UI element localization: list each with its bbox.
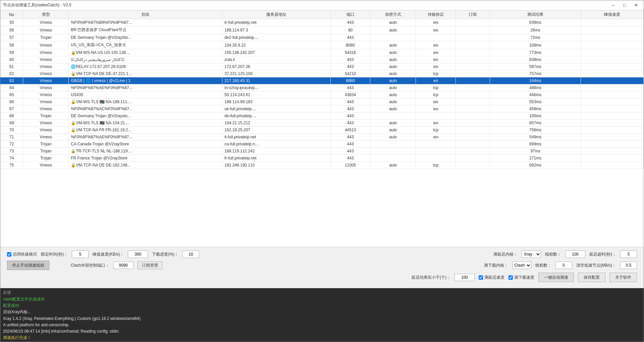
table-cell: 63 bbox=[0, 77, 23, 84]
clash-port-label: Clash外部控制端口： bbox=[71, 263, 109, 268]
table-cell bbox=[456, 134, 490, 141]
latency-filter-label: 延迟结果应小于(个)： bbox=[412, 275, 450, 280]
table-row[interactable]: 75Vmess🔒VM-TCP-NA DE DE-192.248...192.24… bbox=[0, 162, 644, 169]
table-cell: Vmess bbox=[23, 49, 69, 56]
table-cell: Vmess bbox=[23, 26, 69, 34]
table-row[interactable]: 65VmessUS43550.114.243.6143834autotcp446… bbox=[0, 91, 644, 98]
table-cell: 459ms bbox=[490, 106, 581, 113]
table-cell bbox=[456, 141, 490, 148]
table-cell: ws bbox=[416, 120, 456, 127]
table-row[interactable]: 69Vmess🔒VM-WS-TLS 🇳🇦 NA-104.21....104.21… bbox=[0, 120, 644, 127]
test-download-label[interactable]: 测下载速度 bbox=[508, 275, 534, 280]
table-cell: tr-full.privateip.net bbox=[222, 19, 330, 26]
table-cell: 192.248.190.110 bbox=[222, 162, 330, 169]
maximize-button[interactable]: □ bbox=[620, 2, 630, 9]
table-cell bbox=[581, 141, 644, 148]
table-row[interactable]: 62Vmess🔒VM-TCP-NA DE DE-37.221.1...37.22… bbox=[0, 70, 644, 77]
table-row[interactable]: 58VmessUS_US_美国->CA_CA_加拿大104.26.9.22808… bbox=[0, 41, 644, 49]
clash-port-input[interactable] bbox=[113, 262, 133, 269]
auto-test-btn[interactable]: 一键自动测速 bbox=[538, 273, 574, 282]
test-latency-checkbox[interactable] bbox=[479, 275, 483, 280]
table-cell bbox=[456, 127, 490, 134]
table-row[interactable]: 70Vmess🔒VM-TCP-NA FR FR-162.19.2...162.1… bbox=[0, 127, 644, 134]
table-row[interactable]: 67Vmess%F0%9F%87%AC%F0%9F%87...uk-full.p… bbox=[0, 106, 644, 113]
close-button[interactable]: ✕ bbox=[631, 2, 641, 9]
table-row[interactable]: 59Vmess🔒VM-WS-NA US US-155.138....155.13… bbox=[0, 49, 644, 56]
table-cell bbox=[416, 113, 456, 120]
table-row[interactable]: 68TrojanDE Germany Trojan @V2raysto...de… bbox=[0, 113, 644, 120]
table-cell: Vmess bbox=[23, 41, 69, 49]
latency-timeout-input[interactable] bbox=[620, 251, 637, 258]
table-row[interactable]: 66Vmess🔒VM-WS-TLS 🇳🇦 NA-188.111....188.1… bbox=[0, 98, 644, 106]
table-cell: 443 bbox=[330, 34, 370, 41]
table-row[interactable]: 61Vmess🌐RELAY-172.67.207.26-0109172.67.2… bbox=[0, 63, 644, 70]
table-header-row: No 类型 别名 服务器地址 端口 加密方式 传输协议 订阅 测试结果 峰值速度 bbox=[0, 10, 644, 19]
table-cell: 68 bbox=[0, 113, 23, 120]
table-cell: ws bbox=[416, 19, 456, 26]
latency-threads-label: 线程数： bbox=[545, 252, 561, 257]
table-cell: Vmess bbox=[23, 84, 69, 91]
table-row[interactable]: 60Vmess☑کانال سرورهابیشتر درکانال☑zula.i… bbox=[0, 56, 644, 63]
table-row[interactable]: 55Vmess%F0%9F%87%B9%F0%9F%87...tr-full.p… bbox=[0, 19, 644, 26]
download-progress-input[interactable] bbox=[182, 251, 199, 258]
table-row[interactable]: 56VmessBR 巴西圣保罗 CloudFlare节点188.114.97.3… bbox=[0, 26, 644, 34]
time-limit-input[interactable] bbox=[72, 251, 89, 258]
minimize-button[interactable]: ─ bbox=[608, 2, 618, 9]
latency-threads-input[interactable] bbox=[565, 251, 585, 258]
table-cell: auto bbox=[370, 77, 416, 84]
table-cell bbox=[456, 70, 490, 77]
table-row[interactable]: 63VmessGBGB | 🌐 | vmess | @v2Line | 1217… bbox=[0, 77, 644, 84]
table-cell: 155.138.242.207 bbox=[222, 49, 330, 56]
table-cell: %F0%9F%87%AE%F0%9F%87... bbox=[69, 134, 222, 141]
table-cell: tcp bbox=[416, 84, 456, 91]
save-config-btn[interactable]: 保存配置 bbox=[578, 273, 605, 282]
table-row[interactable]: 57TrojanDE Germany Trojan @V2raySto...de… bbox=[0, 34, 644, 41]
table-cell: 443 bbox=[330, 141, 370, 148]
download-progress-label: 下载进度(%)： bbox=[152, 252, 178, 257]
table-row[interactable]: 73Trojan🔒TR-TCP-TLS NL NL-188.119....188… bbox=[0, 148, 644, 155]
controls-area: 启用快速模式 限定时间(秒)： 峰值速度(KB/s)： 下载进度(%)： 测延迟… bbox=[0, 247, 644, 288]
feedback-area: 反馈 clash配置文件生成成功配置成功启动Xray内核...Xray 1.4.… bbox=[0, 288, 644, 342]
table-cell: 69 bbox=[0, 120, 23, 127]
stop-btn[interactable]: 停止手动测速线程 bbox=[7, 261, 49, 270]
table-cell bbox=[581, 49, 644, 56]
header-encrypt: 加密方式 bbox=[370, 10, 416, 19]
table-cell: auto bbox=[370, 41, 416, 49]
about-btn[interactable]: 关于软件 bbox=[609, 273, 637, 282]
download-threads-input[interactable] bbox=[555, 262, 572, 269]
table-cell: 188.114.97.3 bbox=[222, 26, 330, 34]
fast-mode-label[interactable]: 启用快速模式 bbox=[7, 252, 37, 257]
fast-mode-checkbox[interactable] bbox=[7, 252, 11, 257]
peak-speed-input[interactable] bbox=[128, 251, 148, 258]
table-cell: Vmess bbox=[23, 134, 69, 141]
table-cell: Vmess bbox=[23, 127, 69, 134]
latency-filter-input[interactable] bbox=[454, 274, 475, 281]
table-cell bbox=[456, 56, 490, 63]
table-cell: 443 bbox=[330, 106, 370, 113]
header-port: 端口 bbox=[330, 10, 370, 19]
table-cell: 899ms bbox=[490, 141, 581, 148]
download-core-select[interactable]: Clash Xray bbox=[512, 262, 531, 269]
table-cell: 🔒VM-TCP-NA DE DE-192.248... bbox=[69, 162, 222, 169]
table-cell: 104.21.15.212 bbox=[222, 120, 330, 127]
table-cell: 105ms bbox=[490, 113, 581, 120]
clear-low-input[interactable] bbox=[620, 262, 637, 269]
table-cell: 443 bbox=[330, 155, 370, 162]
table-cell: 172.67.207.26 bbox=[222, 63, 330, 70]
table-cell: 60 bbox=[0, 56, 23, 63]
table-cell: Trojan bbox=[23, 113, 69, 120]
feedback-line: clash配置文件生成成功 bbox=[3, 296, 641, 302]
table-row[interactable]: 74TrojanFR France Trojan @V2rayStorefr-f… bbox=[0, 155, 644, 162]
table-cell: ws bbox=[416, 106, 456, 113]
table-row[interactable]: 64Vmess%F0%9F%87%AE%F0%9F%87...in-v2ray.… bbox=[0, 84, 644, 91]
table-cell: de-full.privateip.... bbox=[222, 113, 330, 120]
table-cell: 443 bbox=[330, 148, 370, 155]
latency-core-select[interactable]: Xray V2ray bbox=[522, 251, 541, 258]
table-row[interactable]: 72TrojanCA Canada Trojan @V2rayStoreca-f… bbox=[0, 141, 644, 148]
table-row[interactable]: 71Vmess%F0%9F%87%AE%F0%9F%87...it-full.p… bbox=[0, 134, 644, 141]
test-download-checkbox[interactable] bbox=[508, 275, 513, 280]
table-cell: 🌐RELAY-172.67.207.26-0109 bbox=[69, 63, 222, 70]
feedback-title: 反馈 bbox=[3, 290, 641, 295]
test-latency-label[interactable]: 测延迟速度 bbox=[479, 275, 504, 280]
sub-mgr-btn[interactable]: 订阅管理 bbox=[138, 261, 162, 269]
